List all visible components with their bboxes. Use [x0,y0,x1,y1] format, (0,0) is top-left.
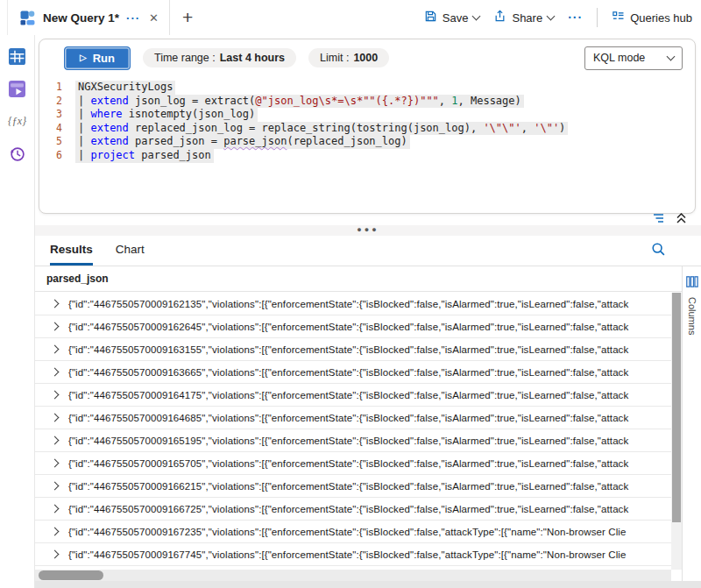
time-range-picker[interactable]: Time range : Last 4 hours [143,48,296,67]
queries-hub-button[interactable]: Queries hub [612,10,692,25]
code-line-text: | extend parsed_json = parse_json(replac… [75,135,410,149]
table-row[interactable]: {"id":"4467550570009165705","violations"… [35,452,671,475]
code-line-text: | extend json_log = extract(@"json_log\s… [75,95,524,109]
adx-logo-icon [18,9,36,26]
tab-more-icon[interactable]: ··· [126,11,140,25]
run-label: Run [93,52,115,65]
bottom-edge-strip [35,581,701,588]
code-line[interactable]: 1NGXSecurityLogs [39,81,695,95]
adx-web-ui: New Query 1* ··· ✕ + Save [0,0,701,588]
code-editor[interactable]: 1NGXSecurityLogs2| extend json_log = ext… [39,76,695,163]
columns-icon [686,275,698,291]
row-json-text: {"id":"4467550570009163665","violations"… [68,367,628,378]
columns-side-panel-toggle[interactable]: Columns [682,266,701,588]
code-line[interactable]: 5| extend parsed_json = parse_json(repla… [39,135,695,149]
queries-hub-icon [612,10,625,25]
line-number: 6 [39,149,62,163]
code-line[interactable]: 2| extend json_log = extract(@"json_log\… [39,95,695,109]
tab-results[interactable]: Results [50,243,93,266]
tab-close-icon[interactable]: ✕ [147,11,160,25]
results-grid: {"id":"4467550570009162135","violations"… [35,293,671,570]
line-number: 5 [39,135,62,149]
row-json-text: {"id":"4467550570009166215","violations"… [68,481,628,492]
connections-table-icon[interactable] [9,47,26,65]
search-results-icon[interactable] [651,242,666,260]
results-tabs-row: Results Chart [35,236,701,266]
row-expand-chevron-icon[interactable] [51,391,60,400]
row-json-text: {"id":"4467550570009165705","violations"… [68,458,628,469]
table-row[interactable]: {"id":"4467550570009163665","violations"… [35,361,671,384]
left-sidebar: {ƒx} [0,35,35,588]
row-json-text: {"id":"4467550570009165195","violations"… [68,436,628,446]
tab-chart[interactable]: Chart [116,243,145,266]
line-number: 2 [39,95,62,109]
row-expand-chevron-icon[interactable] [51,459,60,468]
chevron-down-icon [667,53,676,61]
play-icon: ▷ [80,53,87,62]
query-history-icon[interactable] [9,145,26,162]
table-row[interactable]: {"id":"4467550570009165195","violations"… [35,429,671,452]
code-line[interactable]: 6| project parsed_json [39,149,695,163]
kql-mode-select[interactable]: KQL mode [584,46,683,70]
code-line[interactable]: 4| extend replaced_json_log = replace_st… [39,122,695,136]
table-row[interactable]: {"id":"4467550570009164175","violations"… [35,384,671,407]
table-row[interactable]: {"id":"4467550570009166725","violations"… [35,498,671,521]
functions-fx-icon[interactable]: {ƒx} [9,112,26,130]
row-expand-chevron-icon[interactable] [51,550,60,559]
new-tab-button[interactable]: + [182,7,193,28]
code-line[interactable]: 3| where isnotempty(json_log) [39,108,695,122]
panel-splitter-handle[interactable]: ●●● [35,225,701,236]
row-json-text: {"id":"4467550570009166725","violations"… [68,504,628,514]
column-header-parsed-json: parsed_json [46,273,109,285]
row-expand-chevron-icon[interactable] [51,505,60,514]
row-json-text: {"id":"4467550570009164175","violations"… [68,390,628,400]
table-row[interactable]: {"id":"4467550570009162135","violations"… [35,293,671,315]
row-expand-chevron-icon[interactable] [51,368,60,377]
horizontal-scrollbar[interactable] [35,570,671,581]
save-button[interactable]: Save [424,10,480,25]
queries-hub-label: Queries hub [630,11,692,25]
save-label: Save [443,11,469,25]
code-line-text: | project parsed_json [75,149,214,163]
table-row[interactable]: {"id":"4467550570009167235","violations"… [35,521,671,543]
table-row[interactable]: {"id":"4467550570009166215","violations"… [35,475,671,498]
tab-bar: New Query 1* ··· ✕ + Save [0,0,701,35]
divider [597,8,598,27]
row-expand-chevron-icon[interactable] [51,414,60,422]
row-expand-chevron-icon[interactable] [51,300,60,308]
chevron-down-icon [472,12,481,21]
table-row[interactable]: {"id":"4467550570009162645","violations"… [35,315,671,338]
table-row[interactable]: {"id":"4467550570009167745","violations"… [35,543,671,566]
saved-queries-icon[interactable] [9,80,26,97]
share-button[interactable]: Share [493,10,554,25]
tab-title: New Query 1* [43,11,119,25]
main-content: ▷ Run Time range : Last 4 hours Limit : … [35,35,701,588]
time-range-value: Last 4 hours [220,52,285,64]
row-expand-chevron-icon[interactable] [51,436,60,445]
row-expand-chevron-icon[interactable] [51,528,60,536]
vertical-scrollbar-thumb[interactable] [672,293,681,522]
more-actions-button[interactable]: ··· [568,11,583,25]
row-expand-chevron-icon[interactable] [51,345,60,354]
row-json-text: {"id":"4467550570009163155","violations"… [68,344,628,355]
limit-picker[interactable]: Limit : 1000 [308,48,389,67]
line-number: 1 [39,81,62,95]
row-json-text: {"id":"4467550570009164685","violations"… [68,413,628,423]
row-json-text: {"id":"4467550570009162645","violations"… [68,322,628,332]
columns-panel-label: Columns [687,297,697,335]
query-tab[interactable]: New Query 1* ··· ✕ [7,0,170,35]
vertical-scrollbar[interactable] [671,293,682,570]
horizontal-scrollbar-thumb[interactable] [39,570,103,580]
row-expand-chevron-icon[interactable] [51,322,60,331]
run-button[interactable]: ▷ Run [64,46,131,70]
grid-header-row[interactable]: parsed_json [35,266,701,292]
row-expand-chevron-icon[interactable] [51,482,60,491]
table-row[interactable]: {"id":"4467550570009164685","violations"… [35,407,671,429]
time-range-label: Time range : [154,52,216,64]
table-row[interactable]: {"id":"4467550570009163155","violations"… [35,338,671,361]
chevron-down-icon [547,12,556,21]
save-icon [424,10,437,25]
share-label: Share [512,11,542,25]
share-icon [493,10,506,25]
code-line-text: | where isnotempty(json_log) [75,108,258,122]
